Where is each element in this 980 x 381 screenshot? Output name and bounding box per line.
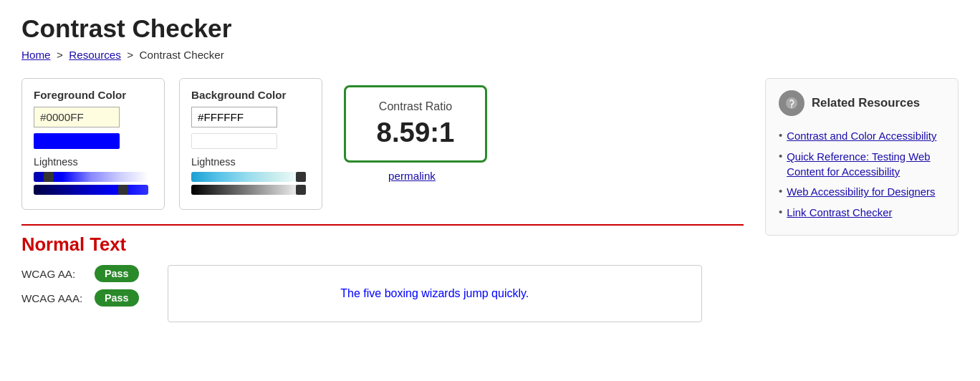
contrast-ratio-box: Contrast Ratio 8.59:1	[344, 85, 487, 163]
background-dark-slider[interactable]	[191, 185, 310, 195]
contrast-suffix: :1	[430, 117, 454, 148]
bottom-row: WCAG AA: Pass WCAG AAA: Pass The five bo…	[21, 265, 702, 322]
left-panel: Foreground Color Lightness Background	[21, 78, 744, 322]
bg-slider-thumb	[296, 172, 306, 182]
breadcrumb-current: Contrast Checker	[140, 49, 224, 61]
foreground-input[interactable]	[34, 107, 120, 127]
normal-text-title: Normal Text	[21, 234, 744, 255]
foreground-label: Foreground Color	[34, 89, 153, 101]
wcag-aa-row: WCAG AA: Pass	[21, 265, 139, 282]
sidebar-item-1: Quick Reference: Testing Web Content for…	[779, 147, 945, 183]
sidebar-title: Related Resources	[812, 96, 920, 110]
foreground-dark-slider[interactable]	[34, 185, 153, 195]
preview-text: The five boxing wizards jump quickly.	[340, 287, 529, 300]
sidebar-link-0[interactable]: Contrast and Color Accessibility	[787, 129, 936, 144]
foreground-swatch	[34, 133, 120, 149]
breadcrumb-resources[interactable]: Resources	[69, 49, 121, 61]
fg-dark-thumb	[118, 185, 128, 195]
breadcrumb: Home > Resources > Contrast Checker	[21, 49, 959, 61]
wcag-aaa-label: WCAG AAA:	[21, 292, 86, 304]
sidebar-item-3: Link Contrast Checker	[779, 203, 945, 223]
bg-dark-thumb	[296, 185, 306, 195]
sidebar-link-2[interactable]: Web Accessibility for Designers	[787, 185, 935, 200]
contrast-ratio-label: Contrast Ratio	[379, 100, 452, 113]
wcag-aa-label: WCAG AA:	[21, 268, 86, 280]
page-title: Contrast Checker	[21, 14, 959, 43]
breadcrumb-home[interactable]: Home	[21, 49, 51, 61]
fg-slider-thumb	[44, 172, 54, 182]
wcag-aaa-row: WCAG AAA: Pass	[21, 289, 139, 307]
background-label: Background Color	[191, 89, 310, 101]
normal-text-section: Normal Text WCAG AA: Pass WCAG AAA: Pass…	[21, 224, 744, 322]
wcag-aa-badge: Pass	[95, 265, 139, 282]
svg-point-1	[791, 107, 792, 108]
sidebar-item-0: Contrast and Color Accessibility	[779, 126, 945, 147]
background-input[interactable]	[191, 107, 277, 127]
permalink-link[interactable]: permalink	[388, 170, 436, 182]
sidebar-item-2: Web Accessibility for Designers	[779, 182, 945, 203]
foreground-lightness-label: Lightness	[34, 156, 153, 168]
color-row: Foreground Color Lightness Background	[21, 78, 744, 210]
related-resources-sidebar: Related Resources Contrast and Color Acc…	[765, 78, 959, 236]
sidebar-icon	[779, 90, 804, 116]
background-swatch	[191, 133, 277, 149]
sidebar-header: Related Resources	[779, 90, 945, 116]
background-lightness-label: Lightness	[191, 156, 310, 168]
foreground-color-box: Foreground Color Lightness	[21, 78, 165, 210]
background-lightness-slider[interactable]	[191, 172, 310, 182]
preview-box: The five boxing wizards jump quickly.	[168, 265, 702, 322]
background-color-box: Background Color Lightness	[179, 78, 322, 210]
sidebar-link-1[interactable]: Quick Reference: Testing Web Content for…	[787, 150, 945, 180]
wcag-aaa-badge: Pass	[95, 289, 139, 307]
contrast-number: 8.59	[377, 117, 431, 148]
foreground-lightness-slider[interactable]	[34, 172, 153, 182]
contrast-ratio-value: 8.59:1	[377, 117, 455, 148]
sidebar-link-3[interactable]: Link Contrast Checker	[787, 206, 892, 221]
wcag-col: WCAG AA: Pass WCAG AAA: Pass	[21, 265, 139, 311]
sidebar-list: Contrast and Color Accessibility Quick R…	[779, 126, 945, 223]
